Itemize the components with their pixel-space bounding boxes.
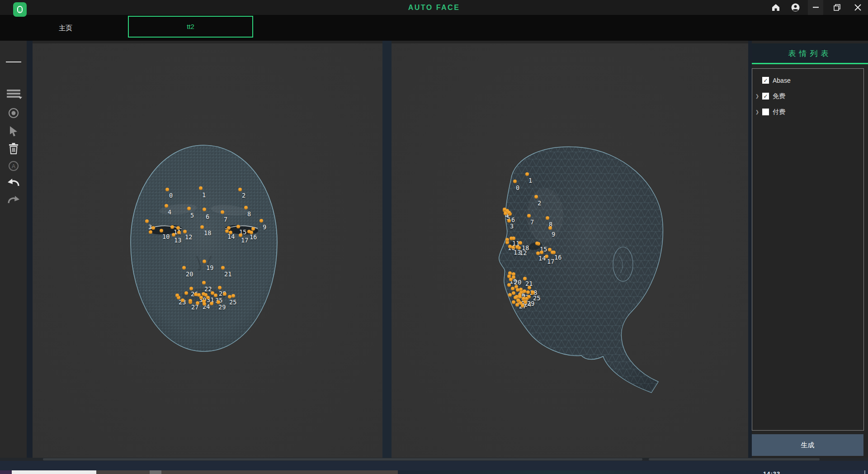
menu-caret-icon <box>19 97 22 99</box>
home-icon[interactable] <box>768 0 783 15</box>
expression-label: 免费 <box>773 92 785 100</box>
menu-icon[interactable] <box>0 86 27 101</box>
scrollbar-thumb[interactable] <box>43 458 642 460</box>
trash-icon[interactable] <box>0 141 27 156</box>
tab-tt2[interactable]: tt2 <box>128 16 253 38</box>
side-toolbar: A <box>0 41 27 458</box>
auto-a-icon[interactable]: A <box>0 158 27 174</box>
close-icon[interactable] <box>850 0 865 15</box>
gutter <box>27 41 33 458</box>
redo-icon[interactable] <box>0 192 27 207</box>
desktop-sliver: 14:33 <box>0 470 868 474</box>
app-logo-icon <box>13 2 27 17</box>
front-view-viewport[interactable] <box>33 43 382 458</box>
tab-bar: 主页 tt2 <box>0 15 868 41</box>
bottom-scrollbar[interactable] <box>0 458 868 461</box>
sliver-wallpaper <box>0 470 12 474</box>
sliver-window <box>12 470 96 474</box>
tab-home[interactable]: 主页 <box>38 15 93 41</box>
minimize-icon[interactable] <box>808 0 823 15</box>
toolbar-separator <box>6 62 21 62</box>
expression-label: Abase <box>773 77 791 84</box>
front-face-mesh <box>33 43 382 458</box>
expression-row[interactable]: ❯付费 <box>752 104 863 120</box>
account-icon[interactable] <box>788 0 803 15</box>
expression-label: 付费 <box>773 108 785 116</box>
title-bar: AUTO FACE <box>0 0 868 15</box>
side-view-viewport[interactable] <box>392 43 748 458</box>
select-cursor-icon[interactable] <box>0 123 27 139</box>
restore-icon[interactable] <box>829 0 844 15</box>
scrollbar-thumb[interactable] <box>649 458 820 460</box>
sliver-window-2 <box>96 470 398 474</box>
record-icon[interactable] <box>0 105 27 121</box>
expression-list: ✓Abase❯✓免费❯付费 <box>752 68 864 431</box>
expression-panel: 表情列表 ✓Abase❯✓免费❯付费 生成 <box>752 43 868 458</box>
expression-row[interactable]: ✓Abase <box>752 72 863 88</box>
expand-chevron-icon[interactable]: ❯ <box>752 94 762 99</box>
show-desktop-divider <box>864 470 865 474</box>
expression-checkbox[interactable]: ✓ <box>762 93 769 100</box>
generate-button[interactable]: 生成 <box>752 434 863 456</box>
svg-text:A: A <box>11 163 15 170</box>
expression-panel-title: 表情列表 <box>752 43 868 64</box>
expand-chevron-icon[interactable]: ❯ <box>752 109 762 114</box>
gutter <box>748 41 752 458</box>
side-face-mesh <box>392 43 748 458</box>
app-title: AUTO FACE <box>0 0 868 15</box>
expression-checkbox[interactable]: ✓ <box>762 77 769 84</box>
undo-icon[interactable] <box>0 175 27 190</box>
main-area: A <box>0 41 868 458</box>
expression-checkbox[interactable] <box>762 109 769 115</box>
app-window: AUTO FACE 主页 tt2 <box>0 0 868 474</box>
status-bar <box>0 461 868 470</box>
expression-row[interactable]: ❯✓免费 <box>752 88 863 104</box>
sliver-taskbar: 14:33 <box>398 470 868 474</box>
taskbar-clock: 14:33 <box>763 471 780 474</box>
viewport-divider <box>382 41 392 458</box>
